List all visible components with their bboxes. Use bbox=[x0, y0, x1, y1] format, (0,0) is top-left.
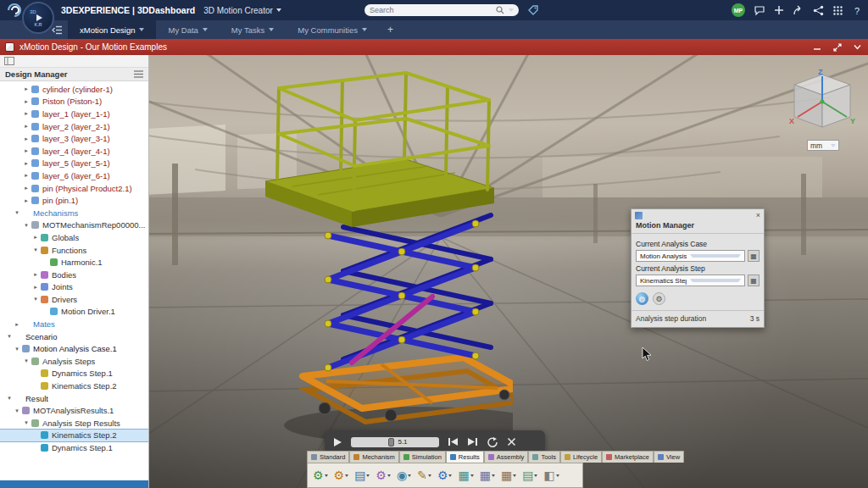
tree-item[interactable]: ▾ Analysis Step Results bbox=[0, 417, 148, 430]
tree-expand-arrow[interactable]: ▾ bbox=[22, 419, 31, 426]
open-case-button[interactable]: ▦ bbox=[748, 250, 760, 262]
tree-expand-arrow[interactable]: ▾ bbox=[22, 222, 31, 229]
tree-item-label[interactable]: Dynamics Step.1 bbox=[52, 443, 113, 452]
tree-item-label[interactable]: Globals bbox=[52, 233, 79, 242]
tree-item-label[interactable]: Result bbox=[25, 394, 48, 403]
gear-icon[interactable]: ⚙ bbox=[653, 292, 665, 305]
tree-item-label[interactable]: layer_2 (layer_2-1) bbox=[42, 122, 110, 131]
slider-handle[interactable] bbox=[388, 438, 394, 446]
tree-item[interactable]: Kinematics Step.2 bbox=[0, 430, 148, 442]
tree-item[interactable]: Kinematics Step.2 bbox=[0, 380, 148, 392]
tree-item[interactable]: ▾ Scenario bbox=[0, 330, 148, 343]
search-icon[interactable] bbox=[496, 6, 504, 14]
add-icon[interactable] bbox=[774, 5, 784, 15]
tree-item-label[interactable]: Bodies bbox=[52, 270, 76, 280]
tree-item[interactable]: ▸ Bodies bbox=[0, 269, 148, 281]
scissor-lift-model[interactable] bbox=[225, 66, 513, 447]
tree-item-label[interactable]: Drivers bbox=[52, 295, 77, 304]
toolbar-button[interactable]: ⚙ bbox=[311, 469, 330, 482]
dashboard-tab[interactable]: My Data bbox=[156, 20, 219, 39]
tree-item[interactable]: Harmonic.1 bbox=[0, 256, 148, 269]
tree-item-label[interactable]: layer_5 (layer_5-1) bbox=[42, 158, 110, 168]
globe-settings-button[interactable]: ◍ bbox=[636, 292, 648, 305]
tree-item[interactable]: ▾ Analysis Steps bbox=[0, 355, 148, 368]
tree-expand-arrow[interactable]: ▾ bbox=[13, 346, 21, 352]
tree-expand-arrow[interactable]: ▾ bbox=[5, 395, 14, 402]
tree-item[interactable]: ▾ Motion Analysis Case.1 bbox=[0, 342, 148, 355]
ribbon-tab[interactable]: View bbox=[654, 451, 684, 463]
tree-item[interactable]: ▾ MOTAnalysisResults.1 bbox=[0, 404, 148, 417]
tree-expand-arrow[interactable]: ▸ bbox=[22, 110, 31, 117]
tree-item-label[interactable]: layer_1 (layer_1-1) bbox=[42, 109, 110, 119]
tree-item-label[interactable]: Functions bbox=[52, 246, 86, 255]
tree-expand-arrow[interactable]: ▾ bbox=[31, 296, 40, 302]
tree-expand-arrow[interactable]: ▸ bbox=[22, 147, 31, 154]
tree-item[interactable]: ▸ layer_6 (layer_6-1) bbox=[0, 169, 148, 182]
search-options-caret-icon[interactable] bbox=[509, 8, 514, 12]
tree-item-label[interactable]: Harmonic.1 bbox=[61, 258, 103, 267]
ribbon-tab[interactable]: Marketplace bbox=[602, 451, 654, 463]
ribbon-tab[interactable]: Standard bbox=[307, 451, 349, 463]
tree-item[interactable]: Dynamics Step.1 bbox=[0, 368, 148, 380]
tree-expand-arrow[interactable]: ▸ bbox=[22, 160, 31, 167]
tree-expand-arrow[interactable]: ▾ bbox=[13, 408, 21, 414]
toolbar-button[interactable]: ▤ bbox=[353, 469, 371, 482]
toolbar-button[interactable]: ◉ bbox=[395, 469, 413, 482]
toolbar-button[interactable]: ▦ bbox=[456, 469, 475, 482]
toolbar-button[interactable]: ⚙ bbox=[436, 469, 454, 482]
units-dropdown[interactable]: mm bbox=[807, 140, 839, 151]
tree-expand-arrow[interactable]: ▾ bbox=[13, 209, 21, 216]
toolbar-button[interactable]: ✎ bbox=[415, 469, 433, 482]
caret-down-icon[interactable] bbox=[854, 44, 861, 50]
tree-item-label[interactable]: cylinder (cylinder-1) bbox=[42, 85, 113, 94]
tree-item[interactable]: ▸ pin (Physical Product2.1) bbox=[0, 182, 148, 195]
tree-item[interactable]: Motion Driver.1 bbox=[0, 306, 148, 319]
expand-icon[interactable] bbox=[833, 43, 842, 52]
tree-item[interactable]: ▾ Result bbox=[0, 392, 148, 405]
tree-item-label[interactable]: layer_4 (layer_4-1) bbox=[42, 147, 110, 156]
menu-icon[interactable] bbox=[134, 70, 143, 78]
tree-item[interactable]: ▾ Mechanisms bbox=[0, 207, 148, 219]
tree-item-label[interactable]: layer_6 (layer_6-1) bbox=[42, 171, 110, 180]
tree-item-label[interactable]: Piston (Piston-1) bbox=[42, 97, 102, 106]
analysis-case-dropdown[interactable]: Motion Analysis Case.1 bbox=[636, 250, 745, 262]
add-tab-button[interactable]: + bbox=[379, 20, 402, 39]
tree-item[interactable]: ▸ Joints bbox=[0, 281, 148, 294]
tree-expand-arrow[interactable]: ▸ bbox=[22, 197, 31, 204]
close-icon[interactable] bbox=[507, 437, 516, 446]
share-icon[interactable] bbox=[813, 5, 824, 16]
tree-expand-arrow[interactable]: ▸ bbox=[22, 185, 31, 191]
tag-icon[interactable] bbox=[527, 4, 539, 16]
tree-expand-arrow[interactable]: ▸ bbox=[22, 98, 31, 105]
tree-item[interactable]: ▸ layer_3 (layer_3-1) bbox=[0, 132, 148, 145]
dashboard-tab[interactable]: My Tasks bbox=[220, 20, 286, 39]
tree-item-label[interactable]: Joints bbox=[52, 282, 73, 291]
tree-item-label[interactable]: Kinematics Step.2 bbox=[52, 430, 117, 440]
search-input[interactable] bbox=[370, 6, 496, 14]
search-box[interactable] bbox=[364, 4, 519, 16]
step-forward-icon[interactable] bbox=[467, 437, 478, 446]
tree-item[interactable]: ▾ Functions bbox=[0, 244, 148, 257]
tree-expand-arrow[interactable]: ▸ bbox=[22, 136, 31, 142]
view-cube[interactable]: Z X Y bbox=[784, 68, 860, 144]
tree-item-label[interactable]: Mates bbox=[33, 319, 55, 329]
open-step-button[interactable]: ▦ bbox=[748, 274, 760, 286]
toolbar-button[interactable]: ⚙ bbox=[374, 469, 392, 482]
tree-item[interactable]: Dynamics Step.1 bbox=[0, 441, 148, 454]
tree-item[interactable]: ▸ cylinder (cylinder-1) bbox=[0, 83, 148, 96]
tree-item-label[interactable]: Motion Driver.1 bbox=[61, 307, 115, 316]
tree-expand-arrow[interactable]: ▾ bbox=[31, 247, 40, 253]
tree-expand-arrow[interactable]: ▸ bbox=[31, 234, 40, 241]
ribbon-tab[interactable]: Simulation bbox=[399, 451, 446, 463]
minimize-icon[interactable] bbox=[813, 43, 821, 51]
tree-expand-arrow[interactable]: ▸ bbox=[31, 271, 40, 278]
tree-item-label[interactable]: Kinematics Step.2 bbox=[52, 381, 117, 391]
axis-z-label[interactable]: Z bbox=[818, 68, 823, 76]
step-back-icon[interactable] bbox=[448, 437, 459, 446]
tree-item-label[interactable]: Scenario bbox=[25, 332, 58, 341]
toolbar-button[interactable]: ▤ bbox=[520, 469, 539, 482]
tree-item-label[interactable]: Analysis Steps bbox=[42, 357, 95, 366]
tree-item[interactable]: ▸ Piston (Piston-1) bbox=[0, 96, 148, 108]
tree-expand-arrow[interactable]: ▾ bbox=[5, 333, 14, 340]
tree-item-label[interactable]: MOTMechanismRep00000... bbox=[42, 220, 145, 230]
